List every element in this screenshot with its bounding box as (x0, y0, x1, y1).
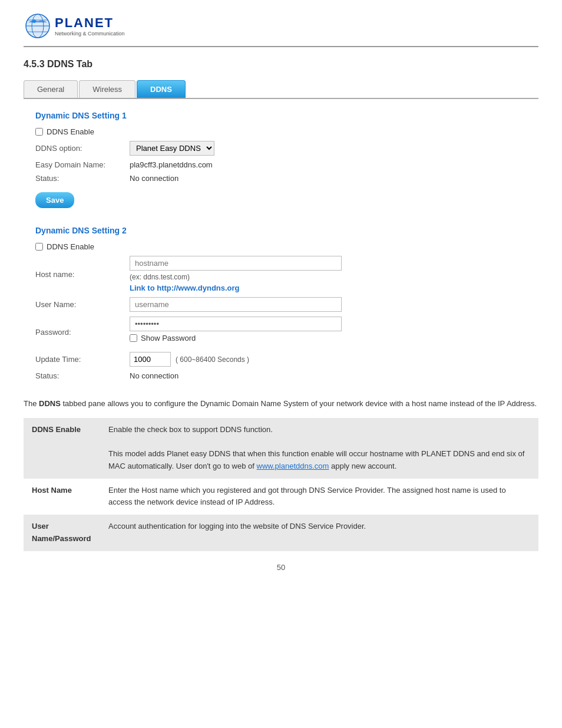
ddns-enable-2-row: DDNS Enable (35, 242, 538, 251)
info-table: DDNS Enable Enable the check box to supp… (24, 418, 538, 551)
term-ddns-enable: DDNS Enable (24, 418, 100, 479)
tab-general[interactable]: General (24, 80, 78, 98)
dyndns-link[interactable]: Link to http://www.dyndns.org (130, 284, 342, 292)
update-time-label: Update Time: (35, 355, 130, 364)
easy-domain-label: Easy Domain Name: (35, 160, 130, 169)
ddns-bold: DDNS (39, 399, 61, 408)
hostname-row: Host name: (ex: ddns.test.com) Link to h… (35, 256, 538, 292)
status2-label: Status: (35, 371, 130, 380)
tab-wireless[interactable]: Wireless (79, 80, 135, 98)
save-button-1[interactable]: Save (35, 192, 74, 208)
svg-point-6 (32, 19, 36, 23)
status1-value: No connection (130, 174, 178, 183)
section1-title: Dynamic DNS Setting 1 (35, 111, 538, 120)
desc-ddns-enable: Enable the check box to support DDNS fun… (100, 418, 538, 479)
ddns-option-row: DDNS option: Planet Easy DDNS (35, 141, 538, 156)
easy-domain-value: pla9cff3.planetddns.com (130, 160, 213, 169)
logo-planet-label: PLANET (55, 15, 125, 31)
username-label: User Name: (35, 300, 130, 309)
hostname-label: Host name: (35, 270, 130, 279)
section2-title: Dynamic DNS Setting 2 (35, 226, 538, 235)
dns-setting-2: Dynamic DNS Setting 2 DDNS Enable Host n… (24, 226, 538, 380)
ddns-option-label: DDNS option: (35, 144, 130, 153)
show-password-label: Show Password (141, 334, 196, 342)
status1-row: Status: No connection (35, 174, 538, 183)
page-number: 50 (24, 563, 538, 572)
logo-subtitle-label: Networking & Communication (55, 31, 125, 37)
planetddns-link[interactable]: www.planetddns.com (257, 462, 329, 470)
globe-icon (24, 12, 52, 40)
password-label: Password: (35, 328, 130, 337)
logo-text: PLANET Networking & Communication (55, 15, 125, 37)
username-row: User Name: (35, 297, 538, 312)
ddns-option-select[interactable]: Planet Easy DDNS (130, 141, 214, 156)
description-text: The DDNS tabbed pane allows you to confi… (24, 398, 538, 410)
status1-label: Status: (35, 174, 130, 183)
ddns-enable-1-label: DDNS Enable (47, 127, 94, 136)
term-user-name-password: UserName/Password (24, 515, 100, 551)
show-password-row: Show Password (130, 334, 342, 342)
dns-setting-1: Dynamic DNS Setting 1 DDNS Enable DDNS o… (24, 111, 538, 208)
update-time-input[interactable] (130, 352, 171, 367)
show-password-checkbox[interactable] (130, 334, 137, 342)
update-time-hint: ( 600~86400 Seconds ) (176, 355, 249, 364)
hostname-input[interactable] (130, 256, 342, 271)
ddns-enable-2-label: DDNS Enable (47, 242, 94, 251)
hostname-hint: (ex: ddns.test.com) (130, 273, 342, 281)
desc-user-name-password: Account authentication for logging into … (100, 515, 538, 551)
tabs-container: General Wireless DDNS (24, 80, 538, 99)
desc-host-name: Enter the Host name which you registered… (100, 479, 538, 515)
username-input[interactable] (130, 297, 342, 312)
status2-row: Status: No connection (35, 371, 538, 380)
term-host-name: Host Name (24, 479, 100, 515)
tab-ddns[interactable]: DDNS (137, 80, 186, 98)
easy-domain-row: Easy Domain Name: pla9cff3.planetddns.co… (35, 160, 538, 169)
page-header: PLANET Networking & Communication (24, 12, 538, 47)
ddns-enable-1-row: DDNS Enable (35, 127, 538, 136)
table-row: UserName/Password Account authentication… (24, 515, 538, 551)
table-row: DDNS Enable Enable the check box to supp… (24, 418, 538, 479)
page-title: 4.5.3 DDNS Tab (24, 59, 538, 70)
table-row: Host Name Enter the Host name which you … (24, 479, 538, 515)
password-row: Password: Show Password (35, 317, 538, 347)
ddns-enable-1-checkbox[interactable] (35, 128, 43, 136)
password-input[interactable] (130, 317, 342, 331)
logo: PLANET Networking & Communication (24, 12, 125, 40)
status2-value: No connection (130, 371, 178, 380)
ddns-enable-2-checkbox[interactable] (35, 243, 43, 251)
update-time-row: Update Time: ( 600~86400 Seconds ) (35, 352, 538, 367)
